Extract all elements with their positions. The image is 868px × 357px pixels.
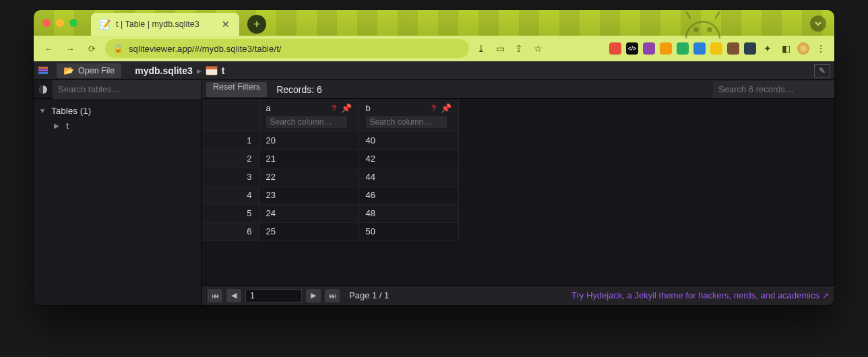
column-header-a[interactable]: a ? 📌 <box>259 99 359 131</box>
reader-icon[interactable]: ▭ <box>493 42 507 55</box>
extension-icon[interactable] <box>727 42 739 55</box>
chevron-down-icon: ▼ <box>39 107 49 115</box>
table-row[interactable]: 22142 <box>202 150 458 168</box>
cell-a[interactable]: 20 <box>259 131 359 150</box>
reset-filters-button[interactable]: Reset Filters <box>206 82 267 97</box>
svg-point-0 <box>695 28 698 32</box>
promo-link[interactable]: Try Hydejack, a Jekyll theme for hackers… <box>571 290 829 300</box>
table-row[interactable]: 42346 <box>202 186 458 204</box>
cell-b[interactable]: 48 <box>359 204 458 222</box>
nav-reload-button[interactable]: ⟳ <box>84 44 100 54</box>
breadcrumb-separator-icon: ▸ <box>197 65 202 76</box>
open-file-button[interactable]: 📂 Open File <box>57 63 121 78</box>
reset-filters-label: Reset Filters <box>213 82 260 92</box>
cell-b[interactable]: 50 <box>359 222 458 240</box>
breadcrumb-db[interactable]: mydb.sqlite3 <box>135 65 193 76</box>
tab-close-button[interactable]: ✕ <box>220 19 231 30</box>
search-records-input[interactable] <box>713 81 834 98</box>
cell-a[interactable]: 24 <box>259 204 359 222</box>
browser-window: 📝 t | Table | mydb.sqlite3 ✕ + ← → ⟳ 🔒 s… <box>34 10 834 305</box>
row-number-cell: 3 <box>202 168 259 186</box>
browser-menu-icon[interactable]: ⋮ <box>814 42 828 55</box>
profile-avatar[interactable] <box>797 42 809 55</box>
table-row[interactable]: 32244 <box>202 168 458 186</box>
app-logo-icon <box>34 65 53 77</box>
table-row[interactable]: 52448 <box>202 204 458 222</box>
page-last-button[interactable]: ⏭ <box>325 289 340 302</box>
column-header-b[interactable]: b ? 📌 <box>359 99 458 131</box>
column-search-input[interactable] <box>266 116 347 128</box>
page-number-input[interactable] <box>245 289 302 302</box>
extension-icon[interactable] <box>744 42 756 55</box>
breadcrumb: mydb.sqlite3 ▸ t <box>135 65 224 76</box>
cell-a[interactable]: 22 <box>259 168 359 186</box>
column-search-input[interactable] <box>366 116 447 128</box>
window-minimize-button[interactable] <box>56 19 64 27</box>
install-app-icon[interactable]: ⤓ <box>474 42 488 55</box>
cell-a[interactable]: 25 <box>259 222 359 240</box>
window-controls <box>42 19 78 27</box>
page-prev-button[interactable]: ◀ <box>226 289 241 302</box>
nav-back-button[interactable]: ← <box>40 44 57 54</box>
table-row[interactable]: 62550 <box>202 222 458 240</box>
extensions-menu-icon[interactable]: ✦ <box>761 42 774 55</box>
nav-forward-button[interactable]: → <box>62 44 78 54</box>
lock-icon: 🔒 <box>113 44 123 53</box>
browser-tab[interactable]: 📝 t | Table | mydb.sqlite3 ✕ <box>91 13 239 36</box>
page-first-button[interactable]: ⏮ <box>208 289 222 302</box>
nullable-indicator-icon: ? <box>431 103 437 113</box>
tab-overflow-button[interactable] <box>810 15 826 32</box>
edit-toggle-button[interactable]: ✎ <box>814 64 830 77</box>
row-number-cell: 2 <box>202 150 259 168</box>
extension-icon[interactable] <box>609 42 621 55</box>
tree-table-item[interactable]: ▶ t <box>36 118 199 133</box>
row-number-cell: 1 <box>202 131 259 150</box>
new-tab-button[interactable]: + <box>247 15 266 34</box>
pin-icon[interactable]: 📌 <box>441 103 452 113</box>
browser-toolbar: ← → ⟳ 🔒 sqliteviewer.app/#/mydb.sqlite3/… <box>34 36 834 61</box>
records-count-label: Records: 6 <box>276 84 322 95</box>
cell-a[interactable]: 23 <box>259 186 359 204</box>
share-icon[interactable]: ⇪ <box>512 42 526 55</box>
open-file-label: Open File <box>78 66 115 75</box>
svg-line-3 <box>715 11 720 18</box>
android-robot-decoration <box>673 10 733 40</box>
extension-icon[interactable] <box>660 42 672 55</box>
bookmark-icon[interactable]: ☆ <box>531 42 545 55</box>
column-name: a <box>266 103 271 113</box>
page-next-button[interactable]: ▶ <box>306 289 321 302</box>
extension-icon[interactable] <box>693 42 706 55</box>
cell-b[interactable]: 46 <box>359 186 458 204</box>
extension-icon[interactable] <box>677 42 689 55</box>
window-zoom-button[interactable] <box>69 19 78 27</box>
app-body: ▼ Tables (1) ▶ t Reset Filters Records: … <box>34 80 834 305</box>
sidepanel-icon[interactable]: ◧ <box>779 42 793 55</box>
cell-b[interactable]: 44 <box>359 168 458 186</box>
browser-titlebar: 📝 t | Table | mydb.sqlite3 ✕ + <box>34 10 834 36</box>
promo-link-text: Try Hydejack, a Jekyll theme for hackers… <box>571 290 819 300</box>
theme-toggle-button[interactable] <box>34 80 53 99</box>
table-icon <box>206 66 218 75</box>
sidebar: ▼ Tables (1) ▶ t <box>34 80 202 305</box>
main-panel: Reset Filters Records: 6 <box>202 80 834 305</box>
tab-title: t | Table | mydb.sqlite3 <box>116 20 199 29</box>
extension-icon[interactable] <box>710 42 722 55</box>
window-close-button[interactable] <box>42 19 51 27</box>
app-header: 📂 Open File mydb.sqlite3 ▸ t ✎ <box>34 61 834 80</box>
tree-root[interactable]: ▼ Tables (1) <box>36 103 199 118</box>
main-toolbar: Reset Filters Records: 6 <box>202 80 834 99</box>
search-tables-input[interactable] <box>53 80 202 99</box>
extensions-strip: </> ✦ ◧ ⋮ <box>609 42 828 55</box>
cell-b[interactable]: 40 <box>359 131 458 150</box>
cell-b[interactable]: 42 <box>359 150 458 168</box>
tree-root-label: Tables (1) <box>51 106 91 116</box>
table-row[interactable]: 12040 <box>202 131 458 150</box>
extension-icon[interactable] <box>643 42 655 55</box>
breadcrumb-table[interactable]: t <box>222 65 225 76</box>
data-grid: a ? 📌 <box>202 99 834 285</box>
pin-icon[interactable]: 📌 <box>341 103 352 113</box>
cell-a[interactable]: 21 <box>259 150 359 168</box>
extension-icon[interactable]: </> <box>626 42 638 55</box>
url-bar[interactable]: 🔒 sqliteviewer.app/#/mydb.sqlite3/table/… <box>105 39 469 58</box>
pagination-footer: ⏮ ◀ ▶ ⏭ Page 1 / 1 Try Hydejack, a Jekyl… <box>202 285 834 305</box>
